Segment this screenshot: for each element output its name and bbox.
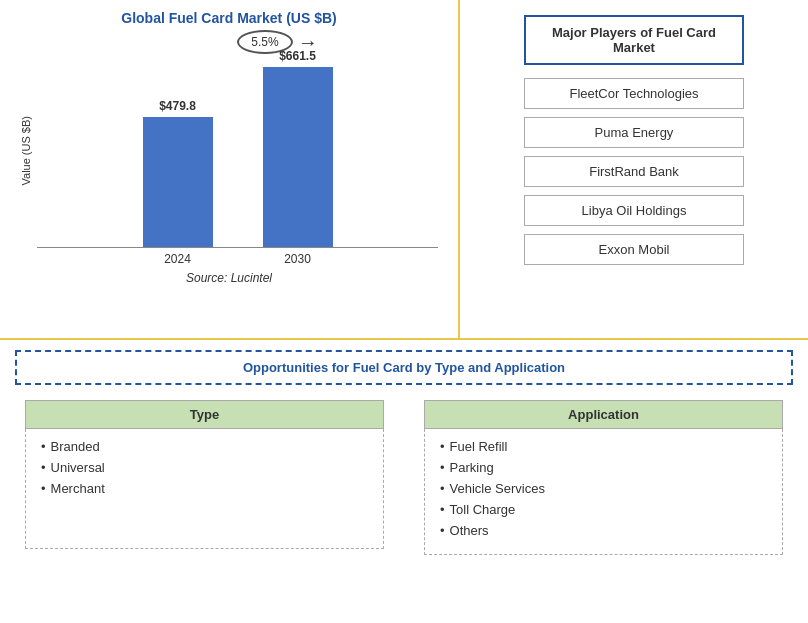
app-item-5: • Others bbox=[440, 523, 767, 538]
application-body: • Fuel Refill • Parking • Vehicle Servic… bbox=[424, 429, 783, 555]
bar-2024: $479.8 bbox=[143, 99, 213, 247]
type-column: Type • Branded • Universal • Merchant bbox=[25, 400, 384, 555]
type-item-3: • Merchant bbox=[41, 481, 368, 496]
player-4: Libya Oil Holdings bbox=[524, 195, 744, 226]
bullet-icon: • bbox=[440, 439, 445, 454]
bar-value-2030: $661.5 bbox=[279, 49, 316, 63]
chart-area: Global Fuel Card Market (US $B) Value (U… bbox=[0, 0, 460, 338]
player-5: Exxon Mobil bbox=[524, 234, 744, 265]
bar-year-2024: 2024 bbox=[143, 248, 213, 266]
app-item-4: • Toll Charge bbox=[440, 502, 767, 517]
bullet-icon: • bbox=[440, 481, 445, 496]
y-axis-label: Value (US $B) bbox=[20, 116, 32, 186]
bullet-icon: • bbox=[440, 460, 445, 475]
bullet-icon: • bbox=[41, 481, 46, 496]
type-item-1: • Branded bbox=[41, 439, 368, 454]
source-text: Source: Lucintel bbox=[20, 271, 438, 285]
type-header: Type bbox=[25, 400, 384, 429]
players-title: Major Players of Fuel Card Market bbox=[524, 15, 744, 65]
app-item-2: • Parking bbox=[440, 460, 767, 475]
type-body: • Branded • Universal • Merchant bbox=[25, 429, 384, 549]
player-2: Puma Energy bbox=[524, 117, 744, 148]
bullet-icon: • bbox=[440, 523, 445, 538]
bar-2030: $661.5 bbox=[263, 49, 333, 247]
bar-rect-2030 bbox=[263, 67, 333, 247]
bullet-icon: • bbox=[440, 502, 445, 517]
opportunities-content: Type • Branded • Universal • Merchant Ap… bbox=[15, 400, 793, 555]
application-column: Application • Fuel Refill • Parking • Ve… bbox=[424, 400, 783, 555]
bottom-section: Opportunities for Fuel Card by Type and … bbox=[0, 340, 808, 565]
app-item-1: • Fuel Refill bbox=[440, 439, 767, 454]
player-3: FirstRand Bank bbox=[524, 156, 744, 187]
application-header: Application bbox=[424, 400, 783, 429]
bar-year-2030: 2030 bbox=[263, 248, 333, 266]
bullet-icon: • bbox=[41, 460, 46, 475]
player-1: FleetCor Technologies bbox=[524, 78, 744, 109]
opportunities-title: Opportunities for Fuel Card by Type and … bbox=[15, 350, 793, 385]
bar-value-2024: $479.8 bbox=[159, 99, 196, 113]
players-area: Major Players of Fuel Card Market FleetC… bbox=[460, 0, 808, 338]
bullet-icon: • bbox=[41, 439, 46, 454]
type-item-2: • Universal bbox=[41, 460, 368, 475]
bar-rect-2024 bbox=[143, 117, 213, 247]
app-item-3: • Vehicle Services bbox=[440, 481, 767, 496]
